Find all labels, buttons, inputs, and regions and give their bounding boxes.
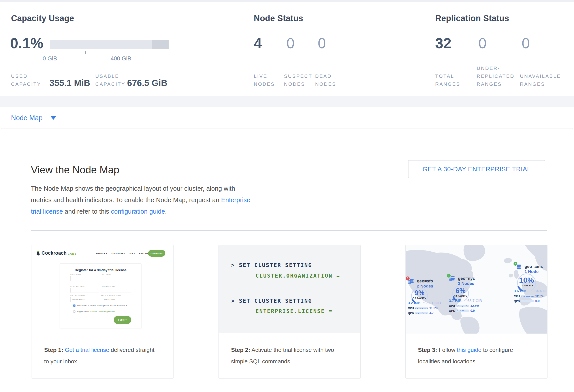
sql-code-block: > SET CLUSTER SETTING CLUSTER.ORGANIZATI… [219, 245, 360, 333]
reason-for-interest-select: Please Select [101, 297, 131, 302]
total-capacity: 35.1 GiB [426, 301, 441, 305]
get-trial-license-link[interactable]: Get a trial license [65, 347, 109, 353]
cluster-overview-page: Capacity Usage 0.1% 0 GiB 400 GiB USED C… [0, 0, 574, 392]
healthy-badge: ✓ [513, 262, 517, 266]
used-capacity: 3.2 GiB [408, 301, 420, 305]
capacity-bar [50, 40, 169, 49]
reason-for-interest-label: REASON FOR INTEREST [101, 295, 123, 297]
page-title: View the Node Map [31, 164, 119, 176]
first-name-label: FIRST NAME [70, 273, 82, 275]
replication-status-title: Replication Status [435, 14, 509, 23]
live-nodes-value: 4 [254, 35, 262, 52]
axis-tick [50, 51, 50, 54]
qps-sparkline [415, 312, 428, 314]
nodemap-dropdown[interactable]: Node Map [1, 107, 573, 129]
company-email-field [101, 288, 131, 293]
under-replicated-ranges-label: UNDER- REPLICATED RANGES [477, 64, 515, 88]
nav-product: PRODUCT [96, 252, 107, 255]
project-phase-label: PROJECT PHASE [70, 295, 86, 297]
capacity-percent: 9% [410, 289, 429, 297]
unchecked-checkbox-icon [73, 310, 76, 313]
checked-checkbox-icon: ✓ [73, 304, 76, 307]
intro-paragraph: The Node Map shows the geographical layo… [31, 183, 250, 217]
under-replicated-ranges-value: 0 [478, 35, 487, 52]
used-capacity-value: 355.1 MiB [49, 78, 90, 88]
last-name-field [101, 276, 131, 281]
used-capacity: 3.7 GiB [449, 299, 461, 303]
axis-tick [121, 51, 121, 54]
sql-line: ENTERPRISE.LICENSE = [256, 308, 333, 314]
step2-card: > SET CLUSTER SETTING CLUSTER.ORGANIZATI… [219, 245, 361, 378]
nav-customers: CUSTOMERS [111, 252, 125, 255]
capacity-bar-reserved-segment [152, 40, 169, 49]
step3-card: 1 geo=sfo 2 Nodes 9% C [405, 245, 548, 378]
step3-caption: Step 3: Follow this guide to configure l… [418, 344, 513, 367]
cpu-sparkline [521, 295, 533, 298]
dead-nodes-value: 0 [318, 35, 326, 52]
total-capacity: 65.7 GiB [467, 299, 482, 303]
section-divider [31, 230, 547, 231]
unavailable-ranges-label: UNAVAILABLE RANGES [520, 72, 561, 88]
live-nodes-label: LIVE NODES [254, 72, 275, 88]
capacity-percent: 10% [516, 276, 537, 284]
sql-line: > SET CLUSTER SETTING [231, 298, 312, 304]
chevron-down-icon [51, 116, 56, 120]
enterprise-trial-license-link[interactable]: trial license [31, 208, 63, 215]
healthy-badge: ✓ [447, 274, 451, 278]
cpu-sparkline [456, 305, 469, 307]
sql-line: > SET CLUSTER SETTING [231, 262, 312, 268]
cockroach-bug-icon [36, 250, 40, 256]
capacity-usage-title: Capacity Usage [11, 14, 74, 23]
total-capacity: 34.4 GiB [534, 289, 547, 293]
map-marker-nyc: ✓ geo=nyc 2 Nodes 6% C [449, 276, 482, 313]
cluster-stats-panel: Capacity Usage 0.1% 0 GiB 400 GiB USED C… [0, 2, 574, 96]
step2-caption: Step 2: Activate the trial license with … [231, 344, 334, 367]
usable-capacity-label: USABLE CAPACITY [95, 72, 125, 88]
last-name-label: LAST NAME [101, 273, 111, 275]
suspect-nodes-value: 0 [287, 35, 295, 52]
axis-label-0: 0 GiB [32, 55, 67, 62]
step1-card: Cockroach LABS PRODUCT CUSTOMERS DOCS RE… [32, 245, 174, 378]
axis-tick [85, 51, 86, 54]
capacity-percent: 0.1% [10, 35, 43, 52]
axis-label-400: 400 GiB [103, 55, 139, 62]
project-phase-select: Please Select [70, 297, 99, 302]
nav-docs: DOCS [129, 252, 135, 255]
software-license-agreement-link: Software License Agreement [90, 310, 115, 313]
total-ranges-label: TOTAL RANGES [435, 72, 460, 88]
first-name-field [70, 276, 99, 281]
unavailable-ranges-value: 0 [522, 35, 530, 52]
total-ranges-value: 32 [435, 35, 451, 52]
section-gap [0, 96, 574, 107]
trial-license-form: Register for a 30-day trial license FIRS… [60, 263, 142, 328]
map-marker-sfo: 1 geo=sfo 2 Nodes 9% C [408, 279, 441, 316]
nodemap-dropdown-label: Node Map [11, 114, 42, 122]
usable-capacity-value: 676.5 GiB [127, 78, 167, 88]
form-title: Register for a 30-day trial license [60, 268, 141, 272]
company-email-label: COMPANY EMAIL [101, 285, 116, 287]
email-updates-checkbox-row: ✓ I would like to receive email updates … [73, 304, 128, 307]
top-edge-strip [0, 0, 574, 2]
sql-line: CLUSTER.ORGANIZATION = [256, 273, 340, 279]
qps-sparkline [521, 300, 533, 302]
map-marker-ams: ✓ geo=ams 1 Node 10% CAPACITY [515, 264, 547, 304]
get-enterprise-trial-button[interactable]: GET A 30-DAY ENTERPRISE TRIAL [408, 160, 545, 178]
enterprise-trial-license-link[interactable]: Enterprise [221, 196, 250, 204]
used-capacity-label: USED CAPACITY [11, 72, 41, 88]
cpu-sparkline [415, 307, 428, 309]
node-status-title: Node Status [254, 14, 303, 23]
error-badge: 1 [406, 277, 410, 280]
suspect-nodes-label: SUSPECT NODES [284, 72, 312, 88]
locality-name: geo=nyc [458, 276, 475, 281]
used-capacity: 3.6 GiB [514, 289, 526, 293]
download-button: DOWNLOAD [148, 250, 165, 257]
company-name-field [70, 288, 99, 293]
submit-button: SUBMIT [114, 316, 131, 324]
node-map-preview: 1 geo=sfo 2 Nodes 9% C [406, 245, 547, 334]
license-agreement-checkbox-row: I agree to the Software License Agreemen… [73, 310, 115, 313]
configuration-guide-link[interactable]: configuration guide [111, 208, 165, 215]
step1-caption: Step 1: Get a trial license delivered st… [44, 344, 154, 367]
capacity-percent: 6% [451, 287, 470, 295]
locality-name: geo=sfo [417, 279, 433, 283]
this-guide-link[interactable]: this guide [457, 347, 481, 353]
